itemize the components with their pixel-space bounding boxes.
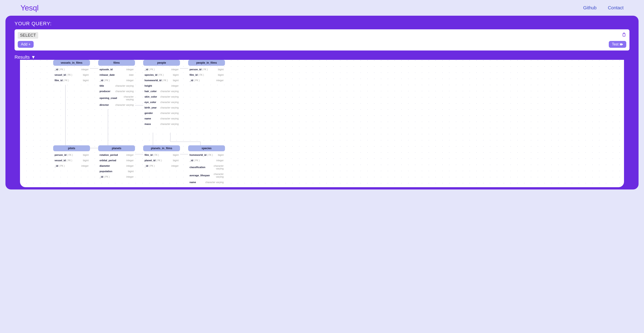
column-name: producer (100, 90, 110, 93)
nav-contact[interactable]: Contact (608, 5, 624, 11)
table-header[interactable]: people_in_films (188, 60, 225, 66)
column-name: planet_id( FK ) (144, 159, 162, 162)
nav-github[interactable]: Github (583, 5, 596, 11)
query-panel: YOUR QUERY: SELECT Add + Test Results ▼ … (6, 16, 638, 189)
column-type: character varying (160, 112, 178, 114)
column-name: diameter (100, 164, 110, 167)
column-row[interactable]: episode_idinteger (98, 67, 135, 72)
column-row[interactable]: vessel_id( FK )bigint (53, 158, 90, 163)
column-row[interactable]: film_id( FK )bigint (188, 72, 225, 78)
column-row[interactable]: person_id( FK )bigint (188, 67, 225, 72)
column-type: character varying (160, 106, 178, 109)
test-button[interactable]: Test (609, 41, 626, 48)
column-row[interactable]: namecharacter varying (143, 116, 180, 121)
column-name: classification (190, 166, 206, 169)
column-row[interactable]: gendercharacter varying (143, 110, 180, 116)
column-row[interactable]: masscharacter varying (143, 121, 180, 127)
table-header[interactable]: people (143, 60, 180, 66)
column-type: character varying (205, 181, 224, 184)
column-row[interactable]: _id( PK )integer (53, 163, 90, 169)
query-box[interactable]: SELECT Add + Test (14, 29, 630, 51)
clipboard-icon[interactable] (622, 33, 626, 37)
column-type: integer (81, 164, 88, 167)
table-header[interactable]: species (188, 145, 225, 151)
column-row[interactable]: homeworld_id( FK )bigint (188, 152, 225, 158)
column-row[interactable]: diameterinteger (98, 163, 135, 169)
column-row[interactable]: classificationcharacter varying (188, 163, 225, 171)
column-row[interactable]: film_id( FK )bigint (53, 78, 90, 83)
column-row[interactable]: _id( PK )integer (188, 158, 225, 163)
column-type: character varying (160, 95, 178, 98)
column-row[interactable]: heightinteger (143, 83, 180, 89)
select-keyword-chip[interactable]: SELECT (18, 32, 38, 39)
column-row[interactable]: _id( PK )integer (98, 174, 135, 179)
table-species[interactable]: specieshomeworld_id( FK )bigint_id( PK )… (188, 145, 225, 185)
results-toggle[interactable]: Results ▼ (14, 55, 36, 60)
column-name: gender (144, 112, 153, 114)
column-row[interactable]: vessel_id( FK )bigint (53, 72, 90, 78)
column-row[interactable]: populationbigint (98, 169, 135, 174)
column-row[interactable]: namecharacter varying (188, 179, 225, 185)
column-row[interactable]: person_id( FK )bigint (53, 152, 90, 158)
column-type: integer (81, 68, 88, 71)
column-row[interactable]: eye_colorcharacter varying (143, 99, 180, 105)
column-row[interactable]: _id( PK )integer (53, 67, 90, 72)
schema-canvas[interactable]: vessels_in_films_id( PK )integervessel_i… (20, 60, 624, 187)
table-header[interactable]: vessels_in_films (53, 60, 90, 66)
test-button-label: Test (612, 42, 618, 46)
logo[interactable]: Yesql (20, 4, 38, 12)
column-row[interactable]: planet_id( FK )bigint (143, 158, 180, 163)
column-name: vessel_id( FK ) (54, 159, 72, 162)
table-people_in_films[interactable]: people_in_filmsperson_id( FK )bigintfilm… (188, 60, 225, 83)
table-planets_in_films[interactable]: planets_in_filmsfilm_id( FK )bigintplane… (143, 145, 180, 169)
table-vessels_in_films[interactable]: vessels_in_films_id( PK )integervessel_i… (53, 60, 90, 83)
column-name: title (100, 84, 104, 87)
column-row[interactable]: birth_yearcharacter varying (143, 105, 180, 110)
column-row[interactable]: release_datedate (98, 72, 135, 78)
column-type: bigint (83, 79, 88, 82)
column-row[interactable]: producercharacter varying (98, 89, 135, 94)
column-type: bigint (173, 159, 178, 162)
column-row[interactable]: rotation_periodinteger (98, 152, 135, 158)
table-people[interactable]: people_id( PK )integerspecies_id( FK )bi… (143, 60, 180, 127)
results-label: Results (14, 55, 30, 60)
column-type: character varying (210, 173, 224, 178)
column-type: character varying (160, 123, 178, 125)
column-type: bigint (218, 68, 224, 71)
table-pilots[interactable]: pilotsperson_id( FK )bigintvessel_id( FK… (53, 145, 90, 169)
column-row[interactable]: _id( PK )integer (143, 67, 180, 72)
column-row[interactable]: homeworld_id( FK )bigint (143, 78, 180, 83)
column-row[interactable]: average_lifespancharacter varying (188, 171, 225, 179)
column-row[interactable]: directorcharacter varying (98, 102, 135, 108)
column-name: name (190, 181, 196, 184)
column-row[interactable]: titlecharacter varying (98, 83, 135, 89)
column-type: integer (171, 164, 178, 167)
table-header[interactable]: pilots (53, 145, 90, 151)
key-badge: ( FK ) (67, 154, 73, 156)
add-button[interactable]: Add + (18, 41, 34, 48)
table-films[interactable]: filmsepisode_idintegerrelease_datedate_i… (98, 60, 135, 108)
key-badge: ( PK ) (149, 165, 155, 167)
column-row[interactable]: skin_colorcharacter varying (143, 94, 180, 99)
table-header[interactable]: planets (98, 145, 135, 151)
column-row[interactable]: species_id( FK )bigint (143, 72, 180, 78)
column-type: integer (126, 175, 134, 178)
column-row[interactable]: hair_colorcharacter varying (143, 89, 180, 94)
table-header[interactable]: films (98, 60, 135, 66)
column-type: integer (126, 68, 134, 71)
column-type: bigint (128, 170, 134, 173)
key-badge: ( FK ) (66, 74, 72, 76)
column-row[interactable]: _id( PK )integer (188, 78, 225, 83)
key-badge: ( PK ) (194, 79, 200, 82)
column-row[interactable]: _id( PK )integer (98, 78, 135, 83)
column-row[interactable]: orbital_periodinteger (98, 158, 135, 163)
column-name: population (100, 170, 112, 173)
column-name: vessel_id( FK ) (54, 74, 72, 76)
column-row[interactable]: _id( PK )integer (143, 163, 180, 169)
table-planets[interactable]: planetsrotation_periodintegerorbital_per… (98, 145, 135, 179)
column-type: bigint (83, 74, 88, 76)
column-row[interactable]: film_id( FK )bigint (143, 152, 180, 158)
key-badge: ( PK ) (149, 68, 155, 71)
table-header[interactable]: planets_in_films (143, 145, 180, 151)
column-row[interactable]: opening_crawlcharacter varying (98, 94, 135, 102)
